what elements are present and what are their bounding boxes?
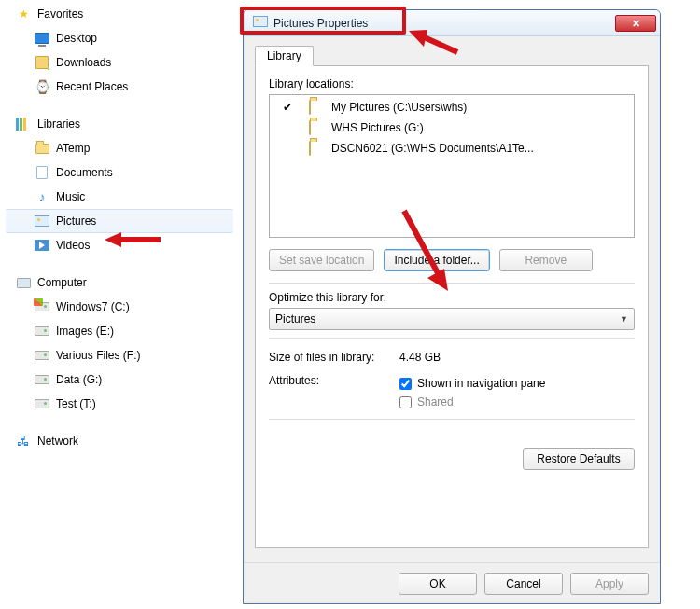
properties-dialog: Pictures Properties ✕ Library Library lo… — [243, 9, 661, 604]
favorites-header[interactable]: ★ Favorites — [6, 2, 233, 26]
attributes-row: Attributes: Shown in navigation pane Sha… — [269, 374, 635, 411]
locations-buttons: Set save location Include a folder... Re… — [269, 249, 635, 271]
checkbox-input[interactable] — [399, 396, 412, 408]
nav-label: Images (E:) — [56, 325, 114, 338]
nav-item-drive-t[interactable]: Test (T:) — [6, 392, 233, 416]
videos-icon — [34, 237, 50, 254]
nav-item-pictures[interactable]: Pictures — [6, 209, 233, 233]
library-locations-list[interactable]: ✔ My Pictures (C:\Users\whs) WHS Picture… — [269, 94, 635, 238]
nav-item-downloads[interactable]: Downloads — [6, 50, 233, 75]
nav-item-desktop[interactable]: Desktop — [6, 26, 233, 50]
folder-icon — [34, 140, 50, 157]
optimize-select[interactable]: Pictures ▼ — [269, 308, 635, 330]
drive-icon — [34, 371, 50, 388]
nav-label: Recent Places — [56, 80, 128, 93]
nav-label: Downloads — [56, 56, 111, 69]
nav-item-atemp[interactable]: ATemp — [6, 136, 233, 160]
window-icon — [253, 16, 268, 30]
chevron-down-icon: ▼ — [620, 314, 628, 324]
checkbox-label: Shown in navigation pane — [417, 377, 545, 390]
drive-icon — [34, 347, 50, 364]
restore-row: Restore Defaults — [269, 448, 635, 470]
remove-button[interactable]: Remove — [499, 249, 593, 271]
nav-label: Videos — [56, 239, 90, 252]
computer-group: Computer Windows7 (C:) Images (E:) Vario… — [6, 270, 233, 416]
include-folder-button[interactable]: Include a folder... — [384, 249, 489, 271]
shown-in-nav-checkbox[interactable]: Shown in navigation pane — [399, 374, 545, 393]
checkbox-input[interactable] — [399, 378, 412, 390]
cancel-button[interactable]: Cancel — [484, 573, 563, 595]
size-label: Size of files in library: — [269, 351, 390, 364]
apply-button[interactable]: Apply — [570, 573, 649, 595]
libraries-icon — [15, 116, 32, 132]
computer-label: Computer — [37, 276, 87, 289]
list-item[interactable]: WHS Pictures (G:) — [273, 118, 630, 138]
network-icon: 🖧 — [15, 433, 32, 450]
document-icon — [34, 164, 50, 181]
nav-label: ATemp — [56, 142, 90, 155]
nav-label: Pictures — [56, 215, 96, 228]
desktop-icon — [34, 30, 50, 47]
list-item[interactable]: DSCN6021 (G:\WHS Documents\A1Te... — [273, 138, 630, 159]
navigation-pane: ★ Favorites Desktop Downloads ⌚ Recent P… — [0, 0, 233, 466]
network-header[interactable]: 🖧 Network — [6, 429, 233, 453]
nav-item-drive-e[interactable]: Images (E:) — [6, 319, 233, 343]
nav-item-music[interactable]: ♪ Music — [6, 185, 233, 209]
nav-label: Desktop — [56, 32, 97, 45]
shared-checkbox[interactable]: Shared — [399, 393, 545, 411]
list-item-label: WHS Pictures (G:) — [331, 121, 424, 134]
size-row: Size of files in library: 4.48 GB — [269, 346, 635, 368]
libraries-header[interactable]: Libraries — [6, 112, 233, 136]
folder-icon — [309, 101, 324, 114]
dialog-body: Library Library locations: ✔ My Pictures… — [244, 36, 660, 562]
list-item-label: My Pictures (C:\Users\whs) — [331, 101, 467, 114]
titlebar[interactable]: Pictures Properties ✕ — [244, 10, 660, 36]
window-title: Pictures Properties — [273, 17, 615, 30]
optimize-label: Optimize this library for: — [269, 291, 635, 304]
set-save-location-button[interactable]: Set save location — [269, 249, 374, 271]
drive-icon — [34, 323, 50, 339]
computer-icon — [15, 274, 32, 291]
attributes-checks: Shown in navigation pane Shared — [399, 374, 545, 411]
ok-button[interactable]: OK — [399, 573, 477, 595]
restore-defaults-button[interactable]: Restore Defaults — [523, 448, 635, 470]
network-label: Network — [37, 435, 78, 448]
music-icon: ♪ — [34, 188, 50, 205]
folder-icon — [309, 121, 324, 134]
nav-item-documents[interactable]: Documents — [6, 160, 233, 185]
tab-strip: Library — [255, 44, 649, 66]
libraries-label: Libraries — [37, 118, 80, 131]
nav-label: Music — [56, 190, 85, 203]
nav-item-videos[interactable]: Videos — [6, 233, 233, 257]
libraries-group: Libraries ATemp Documents ♪ Music Pictur… — [6, 112, 233, 257]
drive-icon — [34, 395, 50, 412]
list-item-label: DSCN6021 (G:\WHS Documents\A1Te... — [331, 142, 534, 155]
pictures-icon — [34, 213, 50, 229]
downloads-icon — [34, 54, 50, 71]
locations-label: Library locations: — [269, 77, 635, 90]
nav-label: Test (T:) — [56, 397, 96, 410]
star-icon: ★ — [15, 6, 32, 22]
recent-places-icon: ⌚ — [34, 78, 50, 95]
separator — [269, 283, 635, 284]
favorites-group: ★ Favorites Desktop Downloads ⌚ Recent P… — [6, 2, 233, 99]
nav-item-drive-c[interactable]: Windows7 (C:) — [6, 295, 233, 319]
folder-icon — [309, 142, 324, 155]
nav-item-drive-g[interactable]: Data (G:) — [6, 367, 233, 392]
attributes-label: Attributes: — [269, 374, 390, 387]
dialog-footer: OK Cancel Apply — [244, 562, 660, 603]
default-check-icon: ✔ — [273, 101, 301, 114]
nav-label: Data (G:) — [56, 373, 102, 386]
optimize-value: Pictures — [275, 312, 315, 325]
tab-library[interactable]: Library — [255, 46, 314, 66]
nav-item-recent-places[interactable]: ⌚ Recent Places — [6, 75, 233, 99]
close-button[interactable]: ✕ — [615, 15, 656, 32]
computer-header[interactable]: Computer — [6, 270, 233, 295]
list-item[interactable]: ✔ My Pictures (C:\Users\whs) — [273, 97, 630, 118]
checkbox-label: Shared — [417, 395, 454, 408]
nav-item-drive-f[interactable]: Various Files (F:) — [6, 343, 233, 367]
nav-label: Documents — [56, 166, 113, 179]
nav-label: Windows7 (C:) — [56, 300, 130, 313]
tab-panel-library: Library locations: ✔ My Pictures (C:\Use… — [255, 65, 649, 548]
nav-label: Various Files (F:) — [56, 349, 140, 362]
